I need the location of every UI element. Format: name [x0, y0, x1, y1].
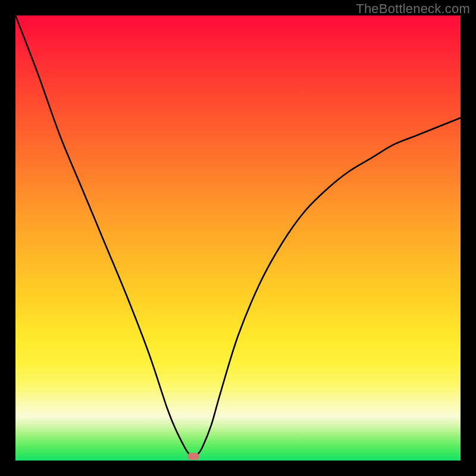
plot-area	[15, 15, 461, 461]
min-marker	[187, 453, 199, 460]
bottleneck-curve	[15, 15, 461, 456]
chart-frame: TheBottleneck.com	[0, 0, 476, 476]
watermark-text: TheBottleneck.com	[356, 1, 470, 17]
curve-svg	[15, 15, 461, 461]
